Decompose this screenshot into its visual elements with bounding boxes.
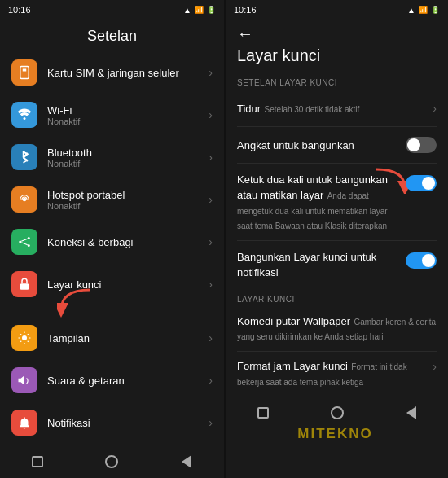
left-panel: 10:16 ▲ 📶 🔋 Setelan Kartu SIM & jaringan… bbox=[0, 0, 224, 478]
left-time: 10:16 bbox=[8, 5, 31, 15]
format-jam-label: Format jam Layar kunci bbox=[237, 360, 348, 372]
wifi-icon bbox=[11, 102, 37, 128]
hotspot-label: Hotspot portabel bbox=[47, 189, 209, 201]
notif-label: Notifikasi bbox=[47, 417, 209, 429]
komedi-label: Komedi putar Wallpaper bbox=[237, 315, 350, 327]
left-nav-bar bbox=[0, 445, 224, 478]
svg-rect-0 bbox=[20, 67, 29, 79]
svg-point-11 bbox=[22, 335, 27, 340]
nav-recent-button[interactable] bbox=[29, 454, 46, 470]
menu-item-lock[interactable]: Layar kunci › bbox=[0, 263, 224, 305]
angkat-toggle-thumb bbox=[407, 138, 420, 151]
ketuk-toggle-thumb bbox=[422, 177, 435, 190]
angkat-label: Angkat untuk bangunkan bbox=[237, 139, 354, 151]
menu-item-sound[interactable]: Suara & getaran › bbox=[0, 359, 224, 401]
display-icon bbox=[11, 325, 37, 351]
svg-point-3 bbox=[23, 198, 27, 202]
connect-arrow: › bbox=[209, 235, 213, 248]
watermark: MITEKNO bbox=[224, 426, 446, 442]
bangunkan-toggle-thumb bbox=[422, 254, 435, 267]
sim-label: Kartu SIM & jaringan seluler bbox=[47, 67, 209, 79]
menu-item-wifi[interactable]: Wi-Fi Nonaktif › bbox=[0, 94, 224, 136]
connect-icon bbox=[11, 229, 37, 255]
menu-item-sim[interactable]: Kartu SIM & jaringan seluler › bbox=[0, 51, 224, 94]
menu-list: Kartu SIM & jaringan seluler › Wi-Fi Non… bbox=[0, 51, 224, 445]
lock-icon bbox=[11, 271, 37, 297]
sound-label: Suara & getaran bbox=[47, 375, 209, 387]
menu-item-notif[interactable]: Notifikasi › bbox=[0, 401, 224, 444]
svg-point-5 bbox=[28, 237, 30, 239]
right-status-icons: ▲ 📶 🔋 bbox=[407, 6, 440, 15]
right-time: 10:16 bbox=[234, 5, 257, 15]
tidur-label: Tidur bbox=[237, 103, 261, 115]
setting-item-bangunkan[interactable]: Bangunkan Layar kunci untuk notifikasi bbox=[226, 241, 448, 288]
hotspot-value: Nonaktif bbox=[47, 201, 209, 211]
sim-icon bbox=[11, 59, 37, 86]
setting-item-angkat[interactable]: Angkat untuk bangunkan bbox=[226, 127, 448, 163]
sim-arrow: › bbox=[209, 66, 213, 79]
bluetooth-label: Bluetooth bbox=[47, 147, 209, 159]
angkat-toggle[interactable] bbox=[406, 137, 437, 153]
svg-rect-9 bbox=[20, 283, 29, 290]
display-label: Tampilan bbox=[47, 332, 209, 344]
right-header: ← Layar kunci bbox=[226, 20, 448, 72]
menu-item-hotspot[interactable]: Hotspot portabel Nonaktif › bbox=[0, 178, 224, 221]
format-jam-arrow: › bbox=[433, 360, 437, 373]
notif-arrow: › bbox=[209, 416, 213, 429]
svg-rect-1 bbox=[23, 69, 27, 72]
red-arrow-right bbox=[368, 165, 409, 197]
right-panel: 10:16 ▲ 📶 🔋 ← Layar kunci SETELAN LAYAR … bbox=[226, 0, 448, 478]
bluetooth-value: Nonaktif bbox=[47, 159, 209, 169]
right-nav-recent-button[interactable] bbox=[255, 405, 271, 421]
svg-marker-12 bbox=[19, 376, 24, 385]
menu-item-connect[interactable]: Koneksi & berbagi › bbox=[0, 221, 224, 263]
connect-label: Koneksi & berbagi bbox=[47, 236, 209, 248]
bluetooth-arrow: › bbox=[209, 151, 213, 164]
bluetooth-icon bbox=[11, 144, 37, 170]
menu-item-bluetooth[interactable]: Bluetooth Nonaktif › bbox=[0, 136, 224, 178]
tidur-value: Setelah 30 detik tidak aktif bbox=[265, 105, 360, 114]
svg-point-2 bbox=[24, 117, 26, 120]
sound-icon bbox=[11, 367, 37, 393]
right-status-bar: 10:16 ▲ 📶 🔋 bbox=[226, 0, 448, 20]
setting-item-format-jam[interactable]: Format jam Layar kunci Format ini tidak … bbox=[226, 352, 448, 397]
left-status-bar: 10:16 ▲ 📶 🔋 bbox=[0, 0, 224, 20]
nav-back-button[interactable] bbox=[178, 454, 195, 470]
left-panel-title: Setelan bbox=[0, 20, 224, 51]
notif-icon bbox=[11, 410, 37, 436]
right-nav-back-button[interactable] bbox=[403, 405, 419, 421]
bangunkan-toggle[interactable] bbox=[406, 252, 437, 269]
section2-label: LAYAR KUNCI bbox=[226, 288, 448, 307]
wifi-value: Nonaktif bbox=[47, 116, 209, 126]
svg-line-7 bbox=[21, 239, 28, 241]
display-arrow: › bbox=[209, 331, 213, 344]
menu-item-home[interactable]: Layar utama › bbox=[0, 444, 224, 445]
lock-arrow: › bbox=[209, 278, 213, 291]
left-status-icons: ▲ 📶 🔋 bbox=[183, 6, 216, 15]
section1-label: SETELAN LAYAR KUNCI bbox=[226, 72, 448, 90]
setting-item-ketuk[interactable]: Ketuk dua kali untuk bangunkan atau mati… bbox=[226, 164, 448, 240]
hotspot-icon bbox=[11, 186, 37, 213]
wifi-arrow: › bbox=[209, 108, 213, 121]
svg-point-4 bbox=[19, 241, 21, 243]
red-arrow-left bbox=[57, 286, 98, 322]
setting-item-tidur[interactable]: Tidur Setelah 30 detik tidak aktif › bbox=[226, 90, 448, 126]
setting-item-komedi[interactable]: Komedi putar Wallpaper Gambar keren & ce… bbox=[226, 307, 448, 352]
tidur-arrow: › bbox=[433, 102, 437, 115]
right-nav-bar bbox=[226, 397, 448, 429]
right-nav-home-button[interactable] bbox=[329, 405, 345, 421]
ketuk-toggle[interactable] bbox=[406, 175, 437, 191]
nav-home-button[interactable] bbox=[103, 454, 120, 470]
hotspot-arrow: › bbox=[209, 193, 213, 206]
bangunkan-label: Bangunkan Layar kunci untuk notifikasi bbox=[237, 251, 376, 278]
right-panel-title: Layar kunci bbox=[237, 46, 437, 65]
back-button[interactable]: ← bbox=[237, 24, 437, 43]
sound-arrow: › bbox=[209, 374, 213, 387]
menu-item-display[interactable]: Tampilan › bbox=[0, 317, 224, 359]
svg-line-8 bbox=[21, 243, 28, 245]
svg-point-6 bbox=[28, 244, 30, 247]
wifi-label: Wi-Fi bbox=[47, 104, 209, 116]
